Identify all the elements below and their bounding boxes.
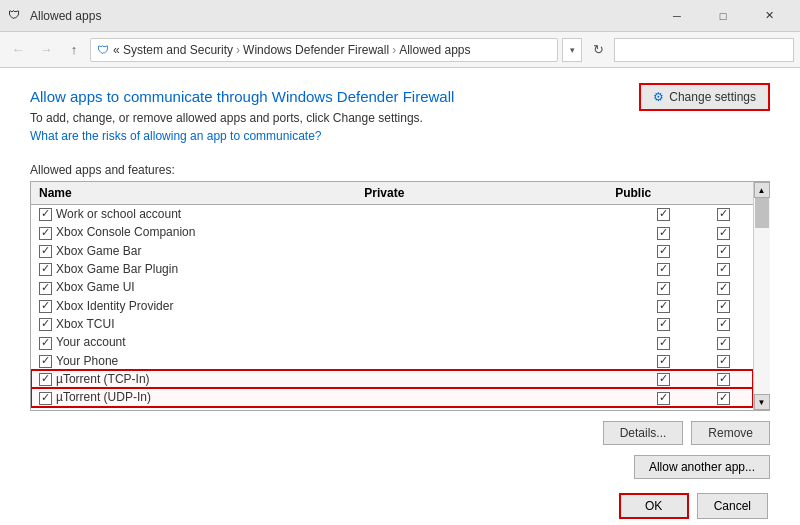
allow-another-button[interactable]: Allow another app...: [634, 455, 770, 479]
public-cell[interactable]: ✓: [693, 388, 753, 406]
app-checkbox[interactable]: ✓: [39, 300, 52, 313]
details-button[interactable]: Details...: [603, 421, 684, 445]
public-cell[interactable]: ✓: [693, 370, 753, 388]
public-cell[interactable]: ✓: [693, 333, 753, 351]
search-input[interactable]: [614, 38, 794, 62]
app-checkbox[interactable]: ✓: [39, 208, 52, 221]
private-checkbox[interactable]: ✓: [657, 355, 670, 368]
public-checkbox[interactable]: ✓: [717, 282, 730, 295]
app-checkbox[interactable]: ✓: [39, 373, 52, 386]
addressbar: ← → ↑ 🛡 « System and Security › Windows …: [0, 32, 800, 68]
private-checkbox[interactable]: ✓: [657, 373, 670, 386]
public-cell[interactable]: ✓: [693, 278, 753, 296]
table-row[interactable]: ✓Xbox Game UI✓✓: [31, 278, 753, 296]
public-checkbox[interactable]: ✓: [717, 318, 730, 331]
table-row[interactable]: ✓Xbox Game Bar✓✓: [31, 242, 753, 260]
private-cell[interactable]: ✓: [633, 333, 693, 351]
app-checkbox[interactable]: ✓: [39, 245, 52, 258]
refresh-button[interactable]: ↻: [586, 38, 610, 62]
change-settings-button[interactable]: ⚙ Change settings: [639, 83, 770, 111]
private-cell[interactable]: ✓: [633, 297, 693, 315]
public-checkbox[interactable]: ✓: [717, 355, 730, 368]
private-checkbox[interactable]: ✓: [657, 337, 670, 350]
public-checkbox[interactable]: ✓: [717, 373, 730, 386]
private-checkbox[interactable]: ✓: [657, 227, 670, 240]
close-button[interactable]: ✕: [746, 0, 792, 32]
app-name: Work or school account: [56, 207, 181, 221]
private-checkbox[interactable]: ✓: [657, 318, 670, 331]
scroll-thumb[interactable]: [755, 198, 769, 228]
private-cell[interactable]: ✓: [633, 388, 693, 406]
app-checkbox[interactable]: ✓: [39, 263, 52, 276]
table-row[interactable]: ✓Xbox TCUI✓✓: [31, 315, 753, 333]
private-checkbox[interactable]: ✓: [657, 263, 670, 276]
up-button[interactable]: ↑: [62, 38, 86, 62]
app-name: Your Phone: [56, 354, 118, 368]
address-dropdown[interactable]: ▾: [562, 38, 582, 62]
apps-table: Name Private Public: [31, 182, 753, 205]
private-cell[interactable]: ✓: [633, 223, 693, 241]
app-name: Xbox Identity Provider: [56, 299, 173, 313]
minimize-button[interactable]: ─: [654, 0, 700, 32]
table-row[interactable]: ✓Your account✓✓: [31, 333, 753, 351]
app-checkbox[interactable]: ✓: [39, 318, 52, 331]
table-row[interactable]: ✓Work or school account✓✓: [31, 205, 753, 223]
table-rows-container: ✓Work or school account✓✓✓Xbox Console C…: [31, 205, 753, 410]
private-checkbox[interactable]: ✓: [657, 300, 670, 313]
public-checkbox[interactable]: ✓: [717, 245, 730, 258]
scroll-up-button[interactable]: ▲: [754, 182, 770, 198]
public-cell[interactable]: ✓: [693, 260, 753, 278]
app-checkbox[interactable]: ✓: [39, 355, 52, 368]
public-cell[interactable]: ✓: [693, 242, 753, 260]
breadcrumb-part1: « System and Security: [113, 43, 233, 57]
public-checkbox[interactable]: ✓: [717, 227, 730, 240]
app-checkbox[interactable]: ✓: [39, 392, 52, 405]
public-cell[interactable]: ✓: [693, 205, 753, 223]
private-checkbox[interactable]: ✓: [657, 208, 670, 221]
app-checkbox[interactable]: ✓: [39, 337, 52, 350]
back-button[interactable]: ←: [6, 38, 30, 62]
ok-button[interactable]: OK: [619, 493, 689, 519]
table-row[interactable]: ✓Xbox Identity Provider✓✓: [31, 297, 753, 315]
private-cell[interactable]: ✓: [633, 352, 693, 370]
public-cell[interactable]: ✓: [693, 352, 753, 370]
table-row[interactable]: ✓Xbox Game Bar Plugin✓✓: [31, 260, 753, 278]
breadcrumb-sep1: ›: [236, 43, 240, 57]
public-checkbox[interactable]: ✓: [717, 300, 730, 313]
private-cell[interactable]: ✓: [633, 205, 693, 223]
public-cell[interactable]: ✓: [693, 315, 753, 333]
app-checkbox[interactable]: ✓: [39, 227, 52, 240]
private-checkbox[interactable]: ✓: [657, 245, 670, 258]
private-cell[interactable]: ✓: [633, 278, 693, 296]
table-row[interactable]: ✓µTorrent (TCP-In)✓✓: [31, 370, 753, 388]
private-cell[interactable]: ✓: [633, 370, 693, 388]
private-checkbox[interactable]: ✓: [657, 282, 670, 295]
scroll-down-button[interactable]: ▼: [754, 394, 770, 410]
public-checkbox[interactable]: ✓: [717, 337, 730, 350]
private-checkbox[interactable]: ✓: [657, 392, 670, 405]
titlebar: 🛡 Allowed apps ─ □ ✕: [0, 0, 800, 32]
app-checkbox[interactable]: ✓: [39, 282, 52, 295]
private-cell[interactable]: ✓: [633, 260, 693, 278]
table-row[interactable]: ✓µTorrent (UDP-In)✓✓: [31, 388, 753, 406]
private-cell[interactable]: ✓: [633, 242, 693, 260]
public-cell[interactable]: ✓: [693, 223, 753, 241]
table-row[interactable]: ✓Your Phone✓✓: [31, 352, 753, 370]
table-header-row: Name Private Public: [31, 182, 753, 205]
forward-button[interactable]: →: [34, 38, 58, 62]
remove-button[interactable]: Remove: [691, 421, 770, 445]
app-name: Xbox Game Bar: [56, 244, 141, 258]
public-checkbox[interactable]: ✓: [717, 263, 730, 276]
maximize-button[interactable]: □: [700, 0, 746, 32]
gear-icon: ⚙: [653, 90, 664, 104]
table-row[interactable]: ✓Xbox Console Companion✓✓: [31, 223, 753, 241]
public-checkbox[interactable]: ✓: [717, 392, 730, 405]
public-cell[interactable]: ✓: [693, 297, 753, 315]
cancel-button[interactable]: Cancel: [697, 493, 768, 519]
private-cell[interactable]: ✓: [633, 315, 693, 333]
table-actions: Details... Remove: [30, 421, 770, 445]
scrollbar[interactable]: ▲ ▼: [753, 182, 769, 410]
risks-link[interactable]: What are the risks of allowing an app to…: [30, 129, 321, 143]
public-checkbox[interactable]: ✓: [717, 208, 730, 221]
address-path[interactable]: 🛡 « System and Security › Windows Defend…: [90, 38, 558, 62]
